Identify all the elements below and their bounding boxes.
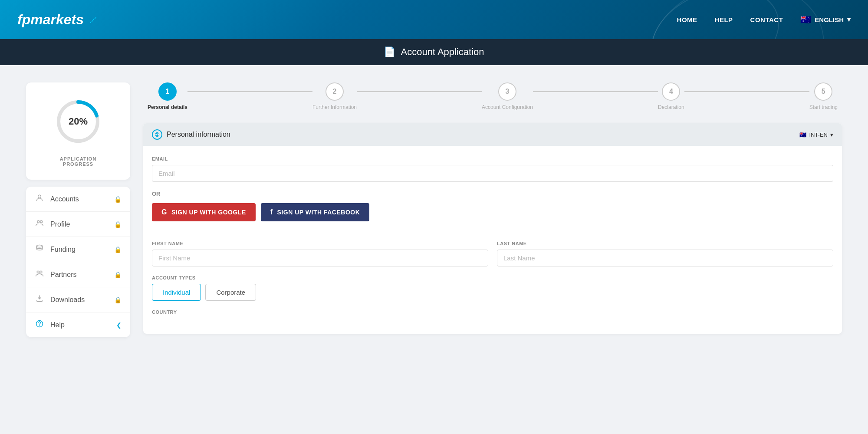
email-label: EMAIL: [152, 156, 833, 161]
partners-lock-icon: 🔒: [114, 271, 122, 278]
sidebar: 20% APPLICATIONPROGRESS Accounts 🔒: [26, 82, 130, 417]
steps-progress: 1 Personal details 2 Further Information…: [143, 82, 842, 110]
section-header: ① Personal information 🇦🇺 INT-EN ▾: [143, 123, 842, 146]
nav-home[interactable]: HOME: [677, 16, 697, 23]
language-selector[interactable]: 🇦🇺 ENGLISH ▾: [800, 14, 851, 25]
profile-icon: [35, 219, 44, 230]
divider: [152, 232, 833, 232]
account-types-row: Individual Corporate: [152, 284, 833, 301]
svg-point-4: [40, 220, 43, 223]
email-group: EMAIL: [152, 156, 833, 182]
sidebar-menu: Accounts 🔒 Profile 🔒: [26, 187, 130, 337]
partners-label: Partners: [50, 271, 76, 279]
progress-circle: 20%: [52, 95, 104, 148]
step-line-4: [684, 91, 809, 92]
help-chevron-icon: ❮: [116, 322, 122, 329]
page-title-bar: 📄 Account Application: [0, 39, 868, 65]
logo-text: fpmarkets: [17, 12, 84, 28]
main-content: 20% APPLICATIONPROGRESS Accounts 🔒: [0, 65, 868, 434]
facebook-icon: f: [270, 208, 273, 216]
region-chevron-icon: ▾: [830, 132, 833, 138]
last-name-label: LAST NAME: [497, 241, 833, 246]
account-type-corporate-button[interactable]: Corporate: [205, 284, 256, 301]
step-3-label: Account Configuration: [482, 104, 533, 110]
region-flag-icon: 🇦🇺: [799, 132, 806, 138]
step-1-circle: 1: [158, 82, 177, 101]
google-icon: G: [161, 208, 167, 216]
language-label: ENGLISH: [815, 16, 844, 23]
page-title-icon: 📄: [384, 46, 395, 58]
progress-label: APPLICATIONPROGRESS: [60, 156, 97, 167]
progress-card: 20% APPLICATIONPROGRESS: [26, 82, 130, 180]
svg-point-9: [39, 326, 40, 326]
step-4-label: Declaration: [658, 104, 684, 110]
logo[interactable]: fpmarkets ⟋: [17, 12, 99, 28]
accounts-icon: [35, 194, 44, 204]
step-5[interactable]: 5 Start trading: [809, 82, 838, 110]
sidebar-item-help[interactable]: Help ❮: [26, 312, 130, 337]
step-5-circle: 5: [814, 82, 832, 101]
funding-label: Funding: [50, 246, 76, 253]
first-name-input[interactable]: [152, 250, 488, 266]
step-2[interactable]: 2 Further Information: [312, 82, 357, 110]
first-name-label: FIRST NAME: [152, 241, 488, 246]
name-row: FIRST NAME LAST NAME: [152, 241, 833, 275]
downloads-lock-icon: 🔒: [114, 296, 122, 303]
account-type-individual-button[interactable]: Individual: [152, 284, 201, 301]
section-body: EMAIL OR G SIGN UP WITH GOOGLE f SIGN UP…: [143, 146, 842, 334]
step-2-label: Further Information: [312, 104, 357, 110]
facebook-signup-button[interactable]: f SIGN UP WITH FACEBOOK: [261, 203, 370, 221]
country-label: COUNTRY: [152, 309, 833, 315]
profile-lock-icon: 🔒: [114, 221, 122, 228]
header: fpmarkets ⟋ HOME HELP CONTACT 🇦🇺 ENGLISH…: [0, 0, 868, 39]
downloads-icon: [35, 294, 44, 305]
country-group: COUNTRY: [152, 309, 833, 315]
section-title: Personal information: [167, 131, 230, 138]
step-1: 1 Personal details: [148, 82, 187, 110]
first-name-group: FIRST NAME: [152, 241, 488, 266]
step-3[interactable]: 3 Account Configuration: [482, 82, 533, 110]
help-label: Help: [50, 321, 65, 329]
or-divider: OR: [152, 191, 833, 197]
funding-lock-icon: 🔒: [114, 246, 122, 253]
sidebar-item-funding[interactable]: Funding 🔒: [26, 237, 130, 262]
svg-point-3: [37, 220, 39, 223]
profile-label: Profile: [50, 220, 70, 228]
step-4[interactable]: 4 Declaration: [658, 82, 684, 110]
form-area: 1 Personal details 2 Further Information…: [143, 82, 842, 417]
step-4-circle: 4: [662, 82, 680, 101]
google-signup-button[interactable]: G SIGN UP WITH GOOGLE: [152, 203, 256, 221]
chevron-down-icon: ▾: [847, 16, 851, 23]
step-line-1: [187, 91, 312, 92]
funding-icon: [35, 244, 44, 255]
sidebar-item-partners[interactable]: Partners 🔒: [26, 262, 130, 287]
language-region-selector[interactable]: 🇦🇺 INT-EN ▾: [799, 132, 833, 138]
step-line-3: [533, 91, 658, 92]
partners-icon: [35, 269, 44, 280]
nav-contact[interactable]: CONTACT: [750, 16, 783, 23]
account-types-label: ACCOUNT TYPES: [152, 275, 833, 280]
page-title: Account Application: [401, 46, 484, 58]
personal-info-section: ① Personal information 🇦🇺 INT-EN ▾ EMAIL…: [143, 123, 842, 334]
main-nav: HOME HELP CONTACT 🇦🇺 ENGLISH ▾: [677, 14, 851, 25]
email-input[interactable]: [152, 165, 833, 182]
progress-percent: 20%: [69, 116, 88, 127]
svg-point-2: [38, 195, 41, 198]
sidebar-item-profile[interactable]: Profile 🔒: [26, 212, 130, 237]
region-label: INT-EN: [809, 132, 828, 138]
sidebar-item-accounts[interactable]: Accounts 🔒: [26, 187, 130, 212]
nav-help[interactable]: HELP: [715, 16, 733, 23]
sidebar-item-downloads[interactable]: Downloads 🔒: [26, 287, 130, 312]
step-5-label: Start trading: [809, 104, 838, 110]
downloads-label: Downloads: [50, 296, 85, 304]
last-name-input[interactable]: [497, 250, 833, 266]
last-name-group: LAST NAME: [497, 241, 833, 266]
svg-point-7: [40, 271, 42, 273]
accounts-label: Accounts: [50, 195, 79, 203]
step-2-circle: 2: [326, 82, 344, 101]
logo-icon: ⟋: [87, 13, 99, 27]
step-1-label: Personal details: [148, 104, 187, 110]
svg-point-6: [37, 271, 39, 273]
flag-icon: 🇦🇺: [800, 14, 811, 25]
account-types-group: ACCOUNT TYPES Individual Corporate: [152, 275, 833, 301]
